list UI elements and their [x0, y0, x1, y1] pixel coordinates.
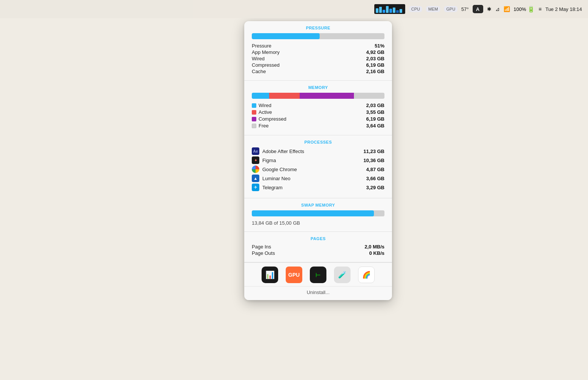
chrome-value: 4,87 GB [366, 167, 384, 172]
processes-section: PROCESSES Ae Adobe After Effects 11,23 G… [244, 135, 392, 198]
cpu-bar-6 [393, 8, 395, 13]
process-telegram: ✈ Telegram 3,29 GB [252, 184, 384, 191]
chrome-icon [252, 165, 259, 173]
active-mem-label: Active [259, 109, 272, 115]
luminar-icon: ▲ [252, 175, 259, 182]
process-chrome: Google Chrome 4,87 GB [252, 165, 384, 173]
wired-label: Wired [252, 56, 265, 61]
pressure-label: Pressure [252, 43, 271, 49]
process-ae: Ae Adobe After Effects 11,23 GB [252, 147, 384, 155]
system-info-icon[interactable]: 🧪 [334, 267, 351, 283]
menubar: CPU MEM GPU 57° A ✱ ⊿ 📶 100% 🔋 ≡ Tue 2 [0, 0, 588, 18]
pressure-row: Pressure 51% [252, 43, 384, 49]
pressure-section: PRESSURE Pressure 51% App Memory 4,92 GB… [244, 21, 392, 81]
compressed-value: 6,19 GB [366, 62, 384, 68]
app-memory-row: App Memory 4,92 GB [252, 49, 384, 55]
page-outs-row: Page Outs 0 KB/s [252, 250, 384, 256]
legend-free: Free 3,64 GB [252, 123, 384, 129]
memory-section: MEMORY Wired 2,03 GB Active 3,55 GB [244, 81, 392, 135]
bluetooth-icon[interactable]: ✱ [487, 6, 492, 12]
ae-value: 11,23 GB [363, 149, 384, 154]
active-mem-value: 3,55 GB [366, 109, 384, 115]
cpu-bar-2 [379, 7, 382, 13]
cpu-bar-7 [396, 10, 399, 13]
swap-text: 13,84 GB of 15,00 GB [252, 220, 300, 226]
wired-row: Wired 2,03 GB [252, 56, 384, 61]
pages-title: PAGES [252, 236, 384, 241]
istat-menus-icon[interactable]: 🌈 [358, 267, 375, 283]
wifi-icon[interactable]: 📶 [504, 6, 510, 12]
pressure-bar-fill [252, 33, 320, 39]
wired-mem-value: 2,03 GB [366, 103, 384, 108]
app-memory-value: 4,92 GB [366, 49, 384, 55]
pages-section: PAGES Page Ins 2,0 MB/s Page Outs 0 KB/s [244, 232, 392, 262]
istat-mem-icon[interactable]: MEM [426, 6, 440, 12]
active-dot [252, 110, 256, 115]
cpu-bar-3 [383, 10, 385, 13]
wired-value: 2,03 GB [366, 56, 384, 61]
temperature-value: 57° [461, 6, 469, 12]
process-luminar: ▲ Luminar Neo 3,66 GB [252, 175, 384, 182]
pressure-bar-bg [252, 33, 384, 39]
swap-bar-bg [252, 210, 384, 216]
gpu-monitor-icon[interactable]: GPU [286, 267, 302, 283]
luminar-value: 3,66 GB [366, 176, 384, 181]
cpu-bar-8 [400, 9, 402, 13]
figma-value: 10,36 GB [363, 158, 384, 163]
compressed-row: Compressed 6,19 GB [252, 62, 384, 68]
page-ins-row: Page Ins 2,0 MB/s [252, 244, 384, 250]
free-mem-label: Free [259, 123, 269, 129]
bottom-app-icons: 📊 GPU ⊢ 🧪 🌈 [244, 262, 392, 286]
telegram-icon: ✈ [252, 184, 259, 191]
page-outs-label: Page Outs [252, 250, 275, 256]
pressure-title: PRESSURE [252, 26, 384, 30]
cpu-bar-5 [389, 9, 392, 13]
menu-extra-icon[interactable]: ≡ [539, 6, 542, 12]
wired-mem-label: Wired [259, 103, 271, 108]
compressed-mem-label: Compressed [259, 116, 286, 122]
compressed-dot [252, 117, 256, 121]
legend-active: Active 3,55 GB [252, 109, 384, 115]
datetime-display: Tue 2 May 18:14 [545, 6, 582, 12]
chrome-name: Google Chrome [262, 167, 297, 172]
istat-gpu-icon[interactable]: GPU [444, 6, 458, 12]
menubar-right: CPU MEM GPU 57° A ✱ ⊿ 📶 100% 🔋 ≡ Tue 2 [374, 4, 582, 14]
cpu-bar-4 [386, 6, 389, 13]
battery-icon: 🔋 [527, 6, 535, 13]
legend-compressed: Compressed 6,19 GB [252, 116, 384, 122]
telegram-value: 3,29 GB [366, 185, 384, 190]
memory-seg-free [354, 93, 384, 99]
telegram-name: Telegram [262, 185, 282, 190]
terminal-icon[interactable]: ⊢ [310, 267, 326, 283]
memory-seg-wired [252, 93, 269, 99]
legend-wired: Wired 2,03 GB [252, 103, 384, 108]
istat-cpu-icon[interactable]: CPU [409, 6, 422, 12]
wired-dot [252, 103, 256, 108]
page-ins-label: Page Ins [252, 244, 271, 250]
figma-icon: ✦ [252, 156, 259, 164]
memory-title: MEMORY [252, 85, 384, 90]
stats-popup: PRESSURE Pressure 51% App Memory 4,92 GB… [244, 21, 392, 300]
app-memory-label: App Memory [252, 49, 280, 55]
processes-title: PROCESSES [252, 140, 384, 144]
ae-name: Adobe After Effects [262, 149, 304, 154]
page-ins-value: 2,0 MB/s [364, 244, 384, 250]
cpu-bar-chart[interactable] [374, 4, 405, 14]
compressed-label: Compressed [252, 62, 280, 68]
cache-row: Cache 2,16 GB [252, 69, 384, 74]
compressed-mem-value: 6,19 GB [366, 116, 384, 122]
activity-monitor-icon[interactable]: 📊 [262, 267, 278, 283]
font-icon[interactable]: A [473, 5, 483, 13]
pressure-value: 51% [375, 43, 384, 49]
memory-bar [252, 93, 384, 99]
airplay-icon[interactable]: ⊿ [495, 6, 500, 12]
swap-section: SWAP MEMORY 13,84 GB of 15,00 GB [244, 198, 392, 232]
uninstall-link[interactable]: Uninstall... [307, 290, 330, 295]
free-mem-value: 3,64 GB [366, 123, 384, 129]
memory-seg-active [269, 93, 300, 99]
cache-value: 2,16 GB [366, 69, 384, 74]
luminar-name: Luminar Neo [262, 176, 290, 181]
swap-title: SWAP MEMORY [252, 203, 384, 207]
page-outs-value: 0 KB/s [369, 250, 384, 256]
figma-name: Figma [262, 158, 276, 163]
